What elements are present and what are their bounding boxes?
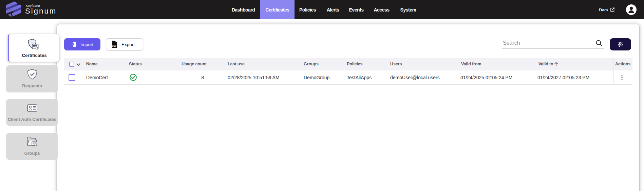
- svg-text:CSV: CSV: [112, 45, 117, 47]
